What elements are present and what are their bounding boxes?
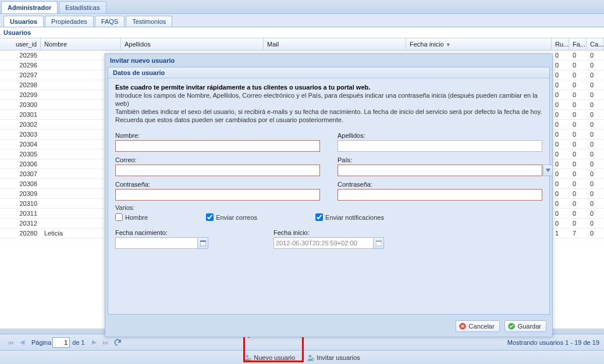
cell-ca: 0 bbox=[587, 70, 604, 80]
col-apellidos[interactable]: Apellidos bbox=[121, 38, 264, 50]
label-contrasena: Contraseña: bbox=[115, 181, 320, 188]
cell-ca: 0 bbox=[587, 80, 604, 90]
cell-ru: 0 bbox=[552, 70, 569, 80]
col-nombre[interactable]: Nombre bbox=[41, 38, 121, 50]
pais-dropdown-trigger[interactable] bbox=[543, 165, 553, 176]
save-icon bbox=[507, 322, 516, 330]
cell-user-id: 20301 bbox=[0, 110, 41, 119]
label-varios: Varios: bbox=[115, 204, 134, 211]
calendar-icon bbox=[200, 240, 206, 246]
cell-ca: 0 bbox=[587, 110, 604, 119]
page-last-icon: ⏭ bbox=[101, 338, 111, 347]
label-contrasena2: Contraseña: bbox=[337, 181, 542, 188]
cell-ru: 0 bbox=[552, 51, 569, 60]
cell-ca: 0 bbox=[587, 140, 604, 149]
col-fecha-inicio[interactable]: Fecha inicio▼ bbox=[406, 38, 552, 50]
fecha-inicio-input bbox=[273, 237, 374, 249]
cell-ru: 0 bbox=[552, 199, 569, 208]
fieldset-datos-usuario: Datos de usuario Este cuadro te permite … bbox=[108, 67, 550, 315]
cell-fa: 0 bbox=[569, 159, 587, 169]
cell-fa: 0 bbox=[569, 189, 587, 198]
paging-status: Mostrando usuarios 1 - 19 de 19 bbox=[507, 339, 599, 346]
cell-ca: 0 bbox=[587, 209, 604, 218]
cell-fa: 0 bbox=[569, 51, 587, 60]
cell-user-id: 20312 bbox=[0, 219, 41, 228]
cell-ru: 0 bbox=[552, 189, 569, 198]
fecha-nacimiento-input[interactable] bbox=[115, 237, 198, 249]
tab-testimonios[interactable]: Testimonios bbox=[126, 16, 172, 27]
cell-ca: 0 bbox=[587, 199, 604, 208]
cell-ca: 0 bbox=[587, 169, 604, 179]
enviar-correos-checkbox[interactable] bbox=[206, 213, 214, 221]
cell-ru: 0 bbox=[552, 209, 569, 218]
hombre-checkbox[interactable] bbox=[115, 213, 123, 221]
cell-user-id: 20305 bbox=[0, 149, 41, 159]
cell-ru: 0 bbox=[552, 140, 569, 149]
contrasena2-input[interactable] bbox=[337, 189, 542, 201]
cell-fa: 0 bbox=[569, 199, 587, 208]
cell-ca: 0 bbox=[587, 120, 604, 129]
cell-ca: 0 bbox=[587, 90, 604, 99]
cell-ru: 0 bbox=[552, 80, 569, 90]
cell-ca: 0 bbox=[587, 189, 604, 198]
cancel-button[interactable]: Cancelar bbox=[456, 320, 500, 332]
tab-faqs[interactable]: FAQS bbox=[95, 16, 125, 27]
cell-ru: 0 bbox=[552, 130, 569, 139]
fecha-nacimiento-picker[interactable] bbox=[198, 237, 208, 249]
enviar-notif-checkbox[interactable] bbox=[315, 213, 323, 221]
cell-ru: 0 bbox=[552, 120, 569, 129]
cell-user-id: 20306 bbox=[0, 159, 41, 169]
tab-propiedades[interactable]: Propiedades bbox=[45, 16, 94, 27]
panel-title: Usuarios bbox=[0, 27, 604, 38]
invite-users-button[interactable]: Invitar usuarios bbox=[303, 352, 364, 363]
sub-tabstrip: Usuarios Propiedades FAQS Testimonios bbox=[0, 14, 604, 27]
contrasena-input[interactable] bbox=[115, 189, 320, 201]
fecha-inicio-picker bbox=[374, 237, 384, 249]
tab-administrador[interactable]: Administrador bbox=[1, 1, 58, 13]
svg-rect-7 bbox=[376, 241, 382, 242]
label-apellidos: Apellidos: bbox=[337, 132, 542, 139]
cell-user-id: 20309 bbox=[0, 189, 41, 198]
top-tabstrip: Administrador Estadísticas bbox=[0, 0, 604, 14]
cell-fa: 0 bbox=[569, 120, 587, 129]
cell-ru: 0 bbox=[552, 60, 569, 70]
cell-user-id: 20296 bbox=[0, 60, 41, 70]
user-invite-icon bbox=[307, 354, 315, 362]
cell-fa: 0 bbox=[569, 130, 587, 139]
cell-ru: 0 bbox=[552, 110, 569, 119]
cell-user-id: 20298 bbox=[0, 80, 41, 90]
cell-user-id: 20310 bbox=[0, 199, 41, 208]
label-correo: Correo: bbox=[115, 156, 320, 163]
cell-user-id: 20297 bbox=[0, 70, 41, 80]
pais-combo[interactable] bbox=[337, 165, 542, 176]
correo-input[interactable] bbox=[115, 165, 320, 176]
save-button[interactable]: Guardar bbox=[504, 320, 546, 332]
col-ca[interactable]: Ca... bbox=[587, 38, 604, 50]
invite-user-dialog: Invitar nuevo usuario Datos de usuario E… bbox=[105, 53, 553, 337]
cell-user-id: 20303 bbox=[0, 130, 41, 139]
sort-desc-icon: ▼ bbox=[446, 42, 451, 48]
cell-ca: 0 bbox=[587, 219, 604, 228]
apellidos-input[interactable] bbox=[337, 140, 542, 152]
label-fecha-inicio: Fecha inicio: bbox=[273, 229, 542, 236]
cell-ca: 0 bbox=[587, 159, 604, 169]
cell-user-id: 20311 bbox=[0, 209, 41, 218]
cell-user-id: 20302 bbox=[0, 120, 41, 129]
tab-estadisticas[interactable]: Estadísticas bbox=[59, 1, 106, 13]
col-mail[interactable]: Mail bbox=[264, 38, 406, 50]
col-fa[interactable]: Fa... bbox=[569, 38, 587, 50]
nombre-input[interactable] bbox=[115, 140, 320, 152]
svg-point-2 bbox=[309, 355, 312, 358]
tab-usuarios[interactable]: Usuarios bbox=[3, 16, 44, 27]
cell-fa: 0 bbox=[569, 60, 587, 70]
cell-user-id: 20307 bbox=[0, 169, 41, 179]
cell-ca: 0 bbox=[587, 51, 604, 60]
col-ru[interactable]: Ru... bbox=[552, 38, 569, 50]
cell-fa: 0 bbox=[569, 80, 587, 90]
page-prev-icon: ◀ bbox=[17, 338, 27, 347]
col-user-id[interactable]: user_id bbox=[0, 38, 41, 50]
page-input[interactable] bbox=[52, 337, 70, 348]
dialog-title: Invitar nuevo usuario bbox=[105, 54, 552, 67]
refresh-icon[interactable] bbox=[113, 338, 122, 347]
cell-fa: 0 bbox=[569, 179, 587, 188]
